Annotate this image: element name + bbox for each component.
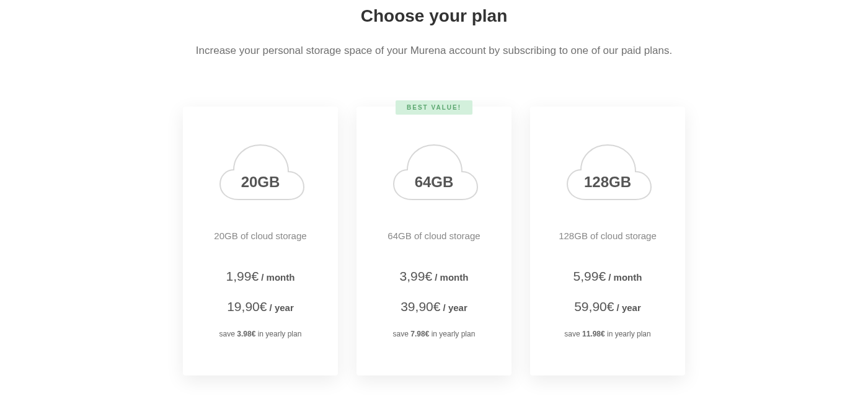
cloud-icon: 64GB <box>388 138 480 206</box>
monthly-price: 1,99€ <box>226 269 259 283</box>
yearly-period: / year <box>267 302 293 313</box>
plan-size-label: 20GB <box>214 173 307 191</box>
plan-card-20gb[interactable]: 20GB 20GB of cloud storage 1,99€ / month… <box>183 107 338 375</box>
plan-card-64gb[interactable]: BEST VALUE! 64GB 64GB of cloud storage 3… <box>356 107 512 375</box>
monthly-period: / month <box>259 272 294 283</box>
plan-description: 20GB of cloud storage <box>195 230 326 241</box>
cloud-icon: 128GB <box>561 138 654 206</box>
page-subtitle: Increase your personal storage space of … <box>0 45 868 57</box>
best-value-badge: BEST VALUE! <box>396 100 472 115</box>
monthly-price: 5,99€ <box>574 269 606 283</box>
yearly-price-row: 39,90€ / year <box>369 299 499 314</box>
plan-description: 128GB of cloud storage <box>542 230 673 241</box>
save-prefix: save <box>219 330 237 338</box>
pricing-section: Choose your plan Increase your personal … <box>0 0 868 375</box>
yearly-period: / year <box>614 302 640 313</box>
save-amount: 11.98€ <box>582 330 605 338</box>
savings-row: save 7.98€ in yearly plan <box>369 330 499 338</box>
monthly-price-row: 1,99€ / month <box>195 269 326 284</box>
monthly-price-row: 5,99€ / month <box>542 269 673 284</box>
yearly-price-row: 59,90€ / year <box>542 299 673 314</box>
monthly-price: 3,99€ <box>400 269 433 283</box>
plan-size-label: 128GB <box>561 173 654 191</box>
save-suffix: in yearly plan <box>255 330 301 338</box>
yearly-price: 19,90€ <box>227 299 267 314</box>
monthly-price-row: 3,99€ / month <box>369 269 499 284</box>
save-prefix: save <box>564 330 582 338</box>
yearly-price: 39,90€ <box>401 299 440 314</box>
save-suffix: in yearly plan <box>605 330 651 338</box>
yearly-price-row: 19,90€ / year <box>195 299 326 314</box>
save-amount: 7.98€ <box>410 330 429 338</box>
yearly-price: 59,90€ <box>574 299 614 314</box>
monthly-period: / month <box>432 272 468 283</box>
plan-size-label: 64GB <box>388 173 480 191</box>
yearly-period: / year <box>440 302 467 313</box>
savings-row: save 11.98€ in yearly plan <box>542 330 673 338</box>
save-prefix: save <box>393 330 411 338</box>
plan-description: 64GB of cloud storage <box>369 230 499 241</box>
cloud-icon: 20GB <box>214 138 307 206</box>
monthly-period: / month <box>606 272 642 283</box>
save-suffix: in yearly plan <box>429 330 475 338</box>
page-title: Choose your plan <box>0 6 868 26</box>
plans-row: 20GB 20GB of cloud storage 1,99€ / month… <box>0 107 868 375</box>
savings-row: save 3.98€ in yearly plan <box>195 330 326 338</box>
plan-card-128gb[interactable]: 128GB 128GB of cloud storage 5,99€ / mon… <box>530 107 685 375</box>
save-amount: 3.98€ <box>237 330 255 338</box>
